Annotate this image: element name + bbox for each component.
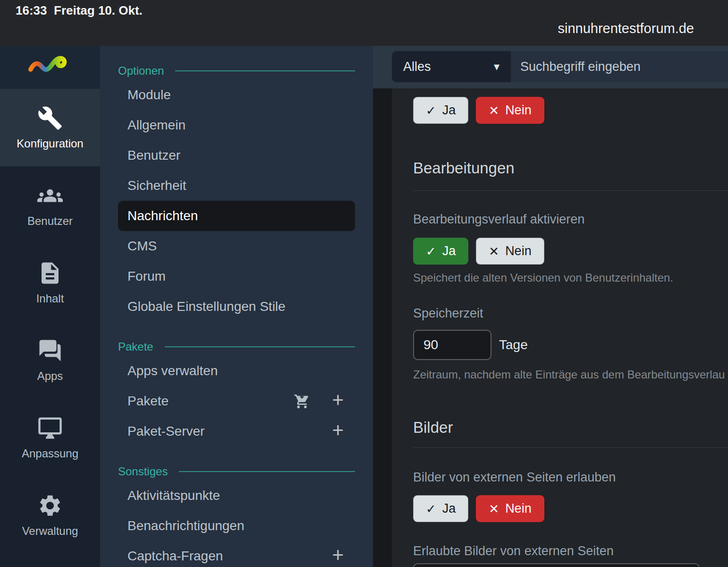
button-label: Nein — [505, 501, 532, 516]
cross-icon: ✕ — [489, 245, 499, 258]
rail-item-konfiguration[interactable]: Konfiguration — [0, 89, 100, 166]
section-title-bilder: Bilder — [413, 419, 453, 437]
chat-bubbles-icon — [37, 338, 63, 363]
no-button[interactable]: ✕ Nein — [476, 495, 544, 522]
search-box: Alles ▾ — [392, 51, 728, 82]
button-label: Ja — [442, 103, 456, 118]
field-label-allowed-external-images: Erlaubte Bilder von externen Seiten — [413, 544, 614, 558]
yes-button[interactable]: ✓ Ja — [413, 495, 468, 522]
section-title: Sonstiges — [118, 465, 168, 478]
subnav-item-label: Benachrichtigungen — [127, 518, 245, 533]
settings-panel: ✓ Ja ✕ Nein Bearbeitungen Bearbeitungsve… — [392, 88, 728, 567]
search-field — [511, 51, 728, 82]
subnav-item-apps-verwalten[interactable]: Apps verwalten — [118, 356, 355, 386]
section-divider-line — [175, 70, 355, 71]
section-title-bearbeitungen: Bearbeitungen — [413, 159, 515, 177]
section-title: Optionen — [118, 64, 164, 77]
subnav-item-label: Forum — [127, 269, 166, 284]
rail-item-apps[interactable]: Apps — [0, 321, 100, 399]
rail-item-benutzer[interactable]: Benutzer — [0, 166, 100, 244]
subnav-item-label: Aktivitätspunkte — [127, 488, 220, 503]
toggle-row-top: ✓ Ja ✕ Nein — [413, 97, 544, 124]
rail-label: Verwaltung — [22, 524, 78, 538]
subnav-item-label: Sicherheit — [127, 178, 186, 193]
status-bar: 16:33 Freitag 10. Okt. sinnuhrentestforu… — [0, 0, 728, 46]
site-domain: sinnuhrentestforum.de — [558, 21, 694, 36]
users-icon — [37, 183, 63, 208]
subnav-item-label: CMS — [127, 239, 157, 254]
section-title: Pakete — [118, 340, 153, 353]
yes-button[interactable]: ✓ Ja — [413, 97, 468, 124]
subnav-item-label: Captcha-Fragen — [127, 549, 223, 564]
no-button[interactable]: ✕ Nein — [476, 97, 544, 124]
field-help-edit-history: Speichert die alten Versionen von Benutz… — [413, 271, 728, 284]
subnav-item-benutzer[interactable]: Benutzer — [118, 140, 355, 171]
subnav-item-label: Globale Einstellungen Stile — [127, 299, 286, 314]
section-divider-line — [165, 346, 355, 347]
rail-item-anpassung[interactable]: Anpassung — [0, 399, 100, 476]
plus-icon[interactable]: + — [332, 421, 344, 440]
status-date: Freitag 10. Okt. — [54, 3, 143, 18]
toggle-row-edit-history: ✓ Ja ✕ Nein — [413, 238, 544, 265]
field-label-retention: Speicherzeit — [413, 306, 483, 321]
field-label-edit-history: Bearbeitungsverlauf aktivieren — [413, 212, 584, 227]
subnav-item-benachrichtigungen[interactable]: Benachrichtigungen — [118, 511, 355, 541]
rail-label: Apps — [37, 369, 63, 383]
screen: 16:33 Freitag 10. Okt. sinnuhrentestforu… — [0, 0, 728, 567]
cross-icon: ✕ — [489, 104, 499, 117]
section-header-sonstiges: Sonstiges — [118, 464, 355, 479]
rail-label: Benutzer — [27, 215, 73, 228]
subnav-item-aktivitaetspunkte[interactable]: Aktivitätspunkte — [118, 481, 355, 511]
retention-input-row: Tage — [413, 330, 528, 360]
subnav-item-captcha-fragen[interactable]: Captcha-Fragen + — [118, 541, 355, 567]
subnav-item-module[interactable]: Module — [118, 80, 355, 110]
subnav-item-globale-einstellungen-stile[interactable]: Globale Einstellungen Stile — [118, 292, 355, 322]
cross-icon: ✕ — [489, 503, 499, 515]
monitor-icon — [37, 415, 63, 441]
search-input[interactable] — [520, 60, 719, 74]
button-label: Nein — [505, 244, 532, 258]
main-area: Alles ▾ ✓ Ja — [373, 46, 728, 567]
content-gutter — [373, 88, 392, 567]
subnav-item-label: Paket-Server — [127, 424, 204, 439]
nav-rail: Konfiguration Benutzer Inhalt Apps — [0, 46, 100, 567]
rail-item-inhalt[interactable]: Inhalt — [0, 244, 100, 321]
section-header-pakete: Pakete — [118, 340, 355, 354]
rail-item-verwaltung[interactable]: Verwaltung — [0, 476, 100, 554]
check-icon: ✓ — [426, 104, 436, 117]
status-time: 16:33 — [16, 3, 47, 18]
subnav-item-label: Nachrichten — [127, 208, 198, 223]
subnav-item-label: Pakete — [127, 394, 169, 409]
allowed-external-images-input[interactable] — [413, 563, 700, 567]
document-icon — [37, 260, 63, 286]
subnav: Optionen Module Allgemein Benutzer Siche… — [100, 46, 373, 567]
subnav-item-cms[interactable]: CMS — [118, 231, 355, 261]
subnav-item-pakete[interactable]: Pakete + — [118, 386, 355, 416]
section-divider — [413, 190, 728, 191]
subnav-item-nachrichten[interactable]: Nachrichten — [118, 201, 355, 231]
gear-icon — [37, 493, 63, 518]
rail-label: Inhalt — [36, 292, 64, 305]
search-bar-row: Alles ▾ — [373, 46, 728, 88]
wrench-icon — [37, 105, 63, 131]
subnav-item-allgemein[interactable]: Allgemein — [118, 110, 355, 140]
plus-icon[interactable]: + — [332, 545, 344, 565]
subnav-item-paket-server[interactable]: Paket-Server + — [118, 416, 355, 447]
section-divider-line — [179, 471, 355, 472]
content-wrap: ✓ Ja ✕ Nein Bearbeitungen Bearbeitungsve… — [373, 88, 728, 567]
no-button[interactable]: ✕ Nein — [476, 238, 544, 265]
plus-icon[interactable]: + — [332, 390, 344, 410]
button-label: Nein — [505, 103, 532, 118]
acp-app: Konfiguration Benutzer Inhalt Apps — [0, 46, 728, 567]
field-help-retention: Zeitraum, nachdem alte Einträge aus dem … — [413, 368, 728, 381]
woltlab-logo-icon — [28, 54, 72, 81]
retention-input[interactable] — [413, 330, 491, 360]
subnav-item-sicherheit[interactable]: Sicherheit — [118, 171, 355, 201]
chevron-down-icon: ▾ — [494, 60, 499, 73]
search-scope-dropdown[interactable]: Alles ▾ — [392, 51, 511, 82]
subnav-item-forum[interactable]: Forum — [118, 261, 355, 292]
field-label-external-images: Bilder von externen Seiten erlauben — [413, 470, 616, 485]
woltlab-logo[interactable] — [0, 46, 100, 89]
yes-button[interactable]: ✓ Ja — [413, 238, 468, 265]
cart-download-icon[interactable] — [294, 393, 310, 410]
